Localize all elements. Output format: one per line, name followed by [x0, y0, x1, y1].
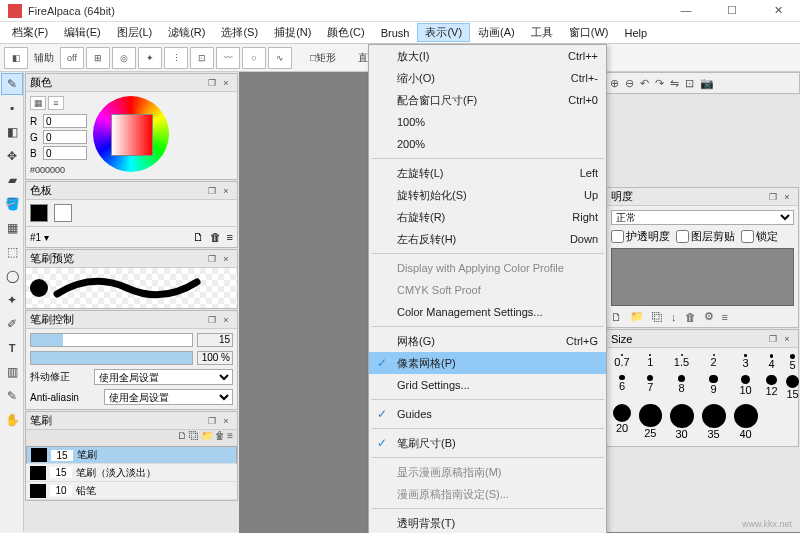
panel-undock-icon[interactable]: ❐ [766, 334, 780, 344]
size-dot[interactable]: 25 [639, 404, 662, 440]
b-input[interactable] [43, 146, 87, 160]
size-dot[interactable]: 6 [613, 375, 631, 401]
new-layer-icon[interactable]: 🗋 [611, 311, 622, 323]
toolbar-shape-label[interactable]: □矩形 [310, 51, 336, 65]
jitter-select[interactable]: 使用全局设置 [94, 369, 233, 385]
protect-alpha-chk[interactable]: 护透明度 [611, 229, 670, 244]
eraser-tool[interactable]: ◧ [1, 121, 23, 143]
size-dot[interactable]: 35 [702, 404, 726, 440]
menu-item[interactable]: 缩小(O)Ctrl+- [369, 67, 606, 89]
panel-undock-icon[interactable]: ❐ [205, 186, 219, 196]
menu-item[interactable]: 右旋转(R)Right [369, 206, 606, 228]
brush-row[interactable]: 10铅笔 [26, 482, 237, 500]
panel-undock-icon[interactable]: ❐ [766, 192, 780, 202]
color-mode-rgb[interactable]: ▦ [30, 96, 46, 110]
brush-row[interactable]: 15笔刷 [26, 446, 237, 464]
size-dot[interactable]: 5 [786, 354, 800, 371]
fill-tool[interactable]: ▰ [1, 169, 23, 191]
toolbar-off-btn[interactable]: off [60, 47, 84, 69]
close-button[interactable]: ✕ [764, 4, 792, 17]
select-tool[interactable]: ⬚ [1, 241, 23, 263]
menu-item[interactable]: ✓Guides [369, 403, 606, 425]
size-dot[interactable]: 10 [734, 375, 758, 401]
panel-undock-icon[interactable]: ❐ [205, 315, 219, 325]
brush-tool[interactable]: ✎ [1, 73, 23, 95]
lasso-tool[interactable]: ◯ [1, 265, 23, 287]
clip-chk[interactable]: 图层剪贴 [676, 229, 735, 244]
toolbar-btn[interactable]: ⋮ [164, 47, 188, 69]
menu-3[interactable]: 滤镜(R) [160, 23, 213, 42]
menu-2[interactable]: 图层(L) [109, 23, 160, 42]
size-dot[interactable]: 4 [766, 354, 778, 371]
dup-layer-icon[interactable]: ⿻ [652, 311, 663, 323]
zoom-in-icon[interactable]: ⊕ [610, 77, 619, 90]
toolbar-btn[interactable]: 〰 [216, 47, 240, 69]
move-tool[interactable]: ✥ [1, 145, 23, 167]
layer-folder-icon[interactable]: 📁 [630, 310, 644, 323]
menu-item[interactable]: 透明背景(T) [369, 512, 606, 533]
menu-10[interactable]: 工具 [523, 23, 561, 42]
menu-4[interactable]: 选择(S) [213, 23, 266, 42]
layer-settings-icon[interactable]: ⚙ [704, 310, 714, 323]
add-brush-icon[interactable]: 🗋 [177, 430, 187, 446]
opacity-slider[interactable] [30, 351, 193, 365]
layer-up-icon[interactable]: ↓ [671, 311, 677, 323]
menu-7[interactable]: Brush [373, 25, 418, 41]
size-dot[interactable]: 20 [613, 404, 631, 440]
rotate-left-icon[interactable]: ↶ [640, 77, 649, 90]
toolbar-btn[interactable]: ○ [242, 47, 266, 69]
del-brush-icon[interactable]: 🗑 [215, 430, 225, 446]
zoom-out-icon[interactable]: ⊖ [625, 77, 634, 90]
menu-item[interactable]: 网格(G)Ctrl+G [369, 330, 606, 352]
menu-9[interactable]: 动画(A) [470, 23, 523, 42]
menu-item[interactable]: 放大(I)Ctrl++ [369, 45, 606, 67]
g-input[interactable] [43, 130, 87, 144]
toolbar-btn[interactable]: ◎ [112, 47, 136, 69]
rotate-right-icon[interactable]: ↷ [655, 77, 664, 90]
size-dot[interactable]: 15 [786, 375, 800, 401]
panel-close-icon[interactable]: × [219, 78, 233, 88]
toolbar-btn[interactable]: ⊞ [86, 47, 110, 69]
color-mode-bar[interactable]: ≡ [48, 96, 64, 110]
size-dot[interactable]: 3 [734, 354, 758, 371]
eyedropper-tool[interactable]: ✎ [1, 385, 23, 407]
panel-close-icon[interactable]: × [219, 315, 233, 325]
menu-item[interactable]: 200% [369, 133, 606, 155]
brush-folder-icon[interactable]: 📁 [201, 430, 213, 446]
gradient-tool[interactable]: ▦ [1, 217, 23, 239]
fit-icon[interactable]: ⊡ [685, 77, 694, 90]
aa-select[interactable]: 使用全局设置 [104, 389, 233, 405]
blend-mode-select[interactable]: 正常 [611, 210, 794, 225]
hand-tool[interactable]: ✋ [1, 409, 23, 431]
menu-5[interactable]: 捕捉(N) [266, 23, 319, 42]
brush-row[interactable]: 15笔刷（淡入淡出） [26, 464, 237, 482]
size-dot[interactable]: 0.7 [613, 354, 631, 371]
toolbar-btn[interactable]: ◧ [4, 47, 28, 69]
r-input[interactable] [43, 114, 87, 128]
pen-select-tool[interactable]: ✐ [1, 313, 23, 335]
delete-swatch-icon[interactable]: 🗑 [210, 231, 221, 243]
maximize-button[interactable]: ☐ [718, 4, 746, 17]
swatch-preset[interactable]: #1 ▾ [30, 232, 49, 243]
fg-swatch[interactable] [30, 204, 48, 222]
menu-0[interactable]: 档案(F) [4, 23, 56, 42]
bg-swatch[interactable] [54, 204, 72, 222]
opacity-value[interactable]: 100 % [197, 351, 233, 365]
camera-icon[interactable]: 📷 [700, 77, 714, 90]
panel-close-icon[interactable]: × [780, 192, 794, 202]
layer-menu-icon[interactable]: ≡ [722, 311, 728, 323]
brush-menu-icon[interactable]: ≡ [227, 430, 233, 446]
color-wheel[interactable] [93, 96, 169, 172]
add-swatch-icon[interactable]: 🗋 [193, 231, 204, 243]
size-slider[interactable] [30, 333, 193, 347]
menu-8[interactable]: 表示(V) [417, 23, 470, 42]
lock-chk[interactable]: 锁定 [741, 229, 778, 244]
panel-close-icon[interactable]: × [219, 416, 233, 426]
dup-brush-icon[interactable]: ⿻ [189, 430, 199, 446]
panel-close-icon[interactable]: × [219, 254, 233, 264]
panel-undock-icon[interactable]: ❐ [205, 416, 219, 426]
menu-item[interactable]: 左旋转(L)Left [369, 162, 606, 184]
flip-icon[interactable]: ⇋ [670, 77, 679, 90]
bucket-tool[interactable]: 🪣 [1, 193, 23, 215]
panel-close-icon[interactable]: × [219, 186, 233, 196]
